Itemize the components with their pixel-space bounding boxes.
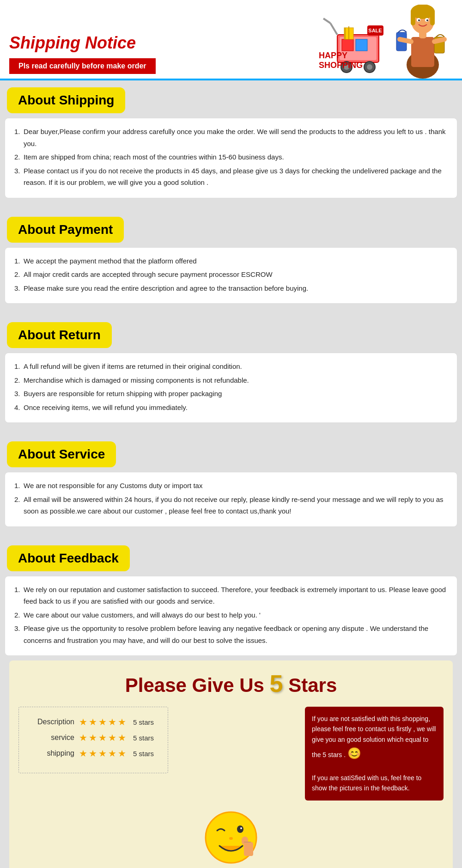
star-icon: ★ (108, 748, 116, 759)
feedback-badge: About Feedback (7, 545, 130, 571)
return-list: 1.A full refund will be given if items a… (14, 361, 448, 413)
svg-point-27 (418, 19, 420, 21)
star-icon: ★ (89, 748, 97, 759)
list-item: 3.Buyers are responsible for return ship… (14, 388, 448, 400)
list-item: 2.Item are shipped from china; reach mos… (14, 151, 448, 163)
payment-badge: About Payment (7, 217, 124, 243)
star-icon: ★ (108, 716, 116, 727)
payment-content: 1.We accept the payment method that the … (5, 247, 457, 304)
list-item: 2.All email will be answered within 24 h… (14, 494, 448, 517)
header-title: Shipping Notice (9, 33, 156, 53)
list-item: 1.We rely on our reputation and customer… (14, 584, 448, 607)
service-label: service (33, 734, 74, 742)
feedback-list: 1.We rely on our reputation and customer… (14, 584, 448, 647)
shipping-label: shipping (33, 749, 74, 758)
header-right: SALE HAPPY SHOPPING (319, 5, 453, 79)
star-icon: ★ (118, 716, 126, 727)
list-item: 4.Once receiving items, we will refund y… (14, 402, 448, 414)
service-section: About Service 1.We are not responsible f… (0, 434, 462, 538)
svg-point-31 (240, 827, 242, 829)
svg-point-30 (237, 825, 243, 833)
svg-text:SALE: SALE (368, 28, 382, 33)
return-section: About Return 1.A full refund will be giv… (0, 315, 462, 434)
thank-you-area: Thank you! (18, 810, 444, 868)
svg-line-19 (434, 39, 444, 42)
star-icon: ★ (79, 732, 87, 743)
person-illustration (393, 5, 453, 79)
star-icon: ★ (79, 748, 87, 759)
list-item: 1.Dear buyer,Please confirm your address… (14, 126, 448, 149)
payment-list: 1.We accept the payment method that the … (14, 255, 448, 294)
list-item: 2.Merchandise which is damaged or missin… (14, 374, 448, 386)
feedback-badge-text: About Feedback (18, 551, 119, 565)
description-label: Description (33, 718, 74, 726)
satisfaction-text-1: If you are not satisfied with this shopp… (312, 714, 437, 763)
header-subtitle: Pls read carefully before make order (9, 58, 156, 74)
shipping-section: About Shipping 1.Dear buyer,Please confi… (0, 80, 462, 210)
svg-rect-3 (356, 39, 367, 51)
stars-row-description: Description ★ ★ ★ ★ ★ 5 stars (33, 716, 154, 727)
smiley-icon: 😊 (347, 747, 361, 759)
service-content: 1.We are not responsible for any Customs… (5, 472, 457, 527)
service-list: 1.We are not responsible for any Customs… (14, 480, 448, 517)
return-badge-text: About Return (18, 328, 101, 342)
five-stars-title: Please Give Us 5 Stars (18, 670, 444, 697)
description-stars-count: 5 stars (133, 718, 154, 726)
svg-rect-24 (430, 9, 435, 25)
stars-row-area: Description ★ ★ ★ ★ ★ 5 stars service ★ … (18, 707, 444, 801)
list-item: 1.We accept the payment method that the … (14, 255, 448, 267)
header-left: Shipping Notice Pls read carefully befor… (9, 33, 156, 79)
happy-shopping-label: HAPPY SHOPPING (319, 51, 393, 70)
svg-line-7 (323, 18, 330, 23)
list-item: 3.Please make sure you read the entire d… (14, 282, 448, 294)
shipping-stars-count: 5 stars (133, 750, 154, 758)
star-icon: ★ (118, 732, 126, 743)
stars-row-shipping: shipping ★ ★ ★ ★ ★ 5 stars (33, 748, 154, 759)
svg-rect-2 (342, 39, 353, 51)
list-item: 2.We care about our value customers, and… (14, 609, 448, 621)
list-item: 1.A full refund will be given if items a… (14, 361, 448, 373)
return-content: 1.A full refund will be given if items a… (5, 353, 457, 423)
star-icon: ★ (89, 732, 97, 743)
svg-rect-23 (411, 9, 415, 25)
star-icon: ★ (98, 748, 107, 759)
list-item: 1.We are not responsible for any Customs… (14, 480, 448, 492)
feedback-section: About Feedback 1.We rely on our reputati… (0, 538, 462, 868)
service-badge: About Service (7, 441, 116, 467)
wink-face-icon (203, 810, 259, 865)
svg-rect-34 (242, 837, 248, 845)
list-item: 3.Please contact us if you do not receiv… (14, 165, 448, 189)
list-item: 2.All major credit cards are accepted th… (14, 269, 448, 281)
payment-section: About Payment 1.We accept the payment me… (0, 210, 462, 316)
stars-table: Description ★ ★ ★ ★ ★ 5 stars service ★ … (18, 707, 168, 773)
svg-line-18 (400, 39, 411, 42)
feedback-content: 1.We rely on our reputation and customer… (5, 576, 457, 656)
shipping-badge-text: About Shipping (18, 93, 114, 107)
star-icon: ★ (98, 732, 107, 743)
star-icon: ★ (98, 716, 107, 727)
service-stars: ★ ★ ★ ★ ★ (79, 732, 126, 743)
svg-point-32 (229, 837, 233, 840)
star-icon: ★ (108, 732, 116, 743)
shipping-stars: ★ ★ ★ ★ ★ (79, 748, 126, 759)
star-icon: ★ (79, 716, 87, 727)
five-stars-section: Please Give Us 5 Stars Description ★ ★ ★… (9, 660, 453, 868)
star-icon: ★ (89, 716, 97, 727)
header: Shipping Notice Pls read carefully befor… (0, 0, 462, 80)
description-stars: ★ ★ ★ ★ ★ (79, 716, 126, 727)
payment-badge-text: About Payment (18, 222, 113, 237)
stars-row-service: service ★ ★ ★ ★ ★ 5 stars (33, 732, 154, 743)
shipping-list: 1.Dear buyer,Please confirm your address… (14, 126, 448, 189)
service-badge-text: About Service (18, 447, 105, 461)
satisfaction-text-2: If you are satiSfied with us, feel free … (312, 773, 437, 794)
star-icon: ★ (118, 748, 126, 759)
list-item: 3.Please give us the opportunity to reso… (14, 623, 448, 646)
satisfaction-box: If you are not satisfied with this shopp… (305, 707, 444, 801)
return-badge: About Return (7, 322, 112, 348)
shipping-content: 1.Dear buyer,Please confirm your address… (5, 118, 457, 198)
svg-point-28 (426, 19, 428, 21)
service-stars-count: 5 stars (133, 734, 154, 742)
shipping-badge: About Shipping (7, 87, 125, 113)
svg-rect-15 (411, 37, 434, 67)
